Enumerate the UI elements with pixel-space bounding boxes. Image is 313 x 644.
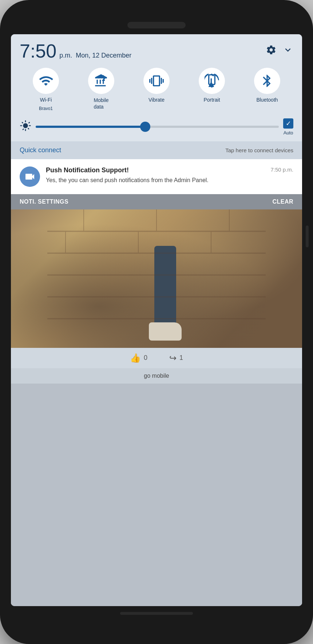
speaker (127, 22, 186, 28)
share-icon: ↪ (169, 353, 177, 363)
go-mobile-text: go mobile (144, 373, 169, 379)
settings-icon[interactable] (266, 44, 277, 58)
auto-label: Auto (284, 130, 293, 136)
mobile-data-label: Mobile (94, 97, 108, 103)
side-button (306, 225, 309, 247)
notif-header: Push Notification Support! 7:50 p.m. (46, 166, 293, 174)
time-area: 7:50 p.m. Mon, 12 December (20, 42, 131, 60)
toggle-bluetooth[interactable]: Bluetooth (241, 68, 293, 111)
post-footer: go mobile (11, 368, 302, 384)
notif-time: 7:50 p.m. (270, 166, 293, 173)
noti-settings-button[interactable]: NOTI. SETTINGS (20, 199, 68, 205)
phone-frame: 7:50 p.m. Mon, 12 December (0, 0, 313, 644)
wifi-circle (33, 68, 59, 94)
notif-title: Push Notification Support! (46, 166, 129, 174)
social-post-card: 👍 0 ↪ 1 go mobile (11, 209, 302, 606)
brightness-thumb (140, 122, 150, 132)
bluetooth-label: Bluetooth (256, 97, 278, 103)
toggle-portrait[interactable]: Portrait (186, 68, 238, 111)
svg-text:A: A (24, 124, 27, 128)
brightness-row: A ✓ Auto (20, 118, 293, 136)
shares-count: 1 (179, 354, 183, 362)
mobile-data-sublabel: data (94, 104, 103, 110)
notification-card[interactable]: Push Notification Support! 7:50 p.m. Yes… (11, 159, 302, 194)
likes-action[interactable]: 👍 0 (130, 353, 147, 363)
quick-connect-bar[interactable]: Quick connect Tap here to connect device… (11, 141, 302, 159)
checkbox-checked-icon: ✓ (283, 118, 293, 129)
brightness-fill (36, 126, 145, 128)
likes-count: 0 (144, 354, 147, 362)
mobile-data-circle (88, 68, 114, 94)
toggle-mobile-data[interactable]: Mobile data (75, 68, 127, 111)
post-actions: 👍 0 ↪ 1 (11, 348, 302, 368)
status-bar: 7:50 p.m. Mon, 12 December (20, 42, 293, 60)
notif-text: Yes, the you can send push notifications… (46, 176, 293, 184)
status-icons (266, 44, 293, 58)
home-bar (120, 612, 193, 615)
brightness-slider[interactable] (36, 126, 279, 128)
wifi-sublabel: Bravo1 (39, 106, 53, 111)
screen: 7:50 p.m. Mon, 12 December (11, 34, 302, 606)
toggle-wifi[interactable]: Wi-Fi Bravo1 (20, 68, 72, 111)
clear-button[interactable]: CLEAR (272, 199, 293, 205)
quick-settings-panel: 7:50 p.m. Mon, 12 December (11, 34, 302, 141)
clock-time: 7:50 (20, 42, 56, 60)
notification-actions-bar: NOTI. SETTINGS CLEAR (11, 194, 302, 209)
vibrate-circle (143, 68, 170, 94)
stone-texture (11, 209, 302, 348)
bluetooth-circle (254, 68, 280, 94)
thumbs-up-icon: 👍 (130, 353, 141, 363)
brightness-icon: A (20, 120, 31, 134)
shares-action[interactable]: ↪ 1 (169, 353, 183, 363)
post-image (11, 209, 302, 348)
quick-toggles: Wi-Fi Bravo1 M (20, 68, 293, 111)
quick-connect-subtitle: Tap here to connect devices (225, 147, 293, 153)
quick-connect-title: Quick connect (20, 146, 61, 154)
auto-brightness-checkbox[interactable]: ✓ Auto (283, 118, 293, 136)
clock-ampm-date: p.m. Mon, 12 December (59, 52, 131, 59)
notif-body: Push Notification Support! 7:50 p.m. Yes… (46, 166, 293, 184)
toggle-vibrate[interactable]: Vibrate (130, 68, 183, 111)
vibrate-label: Vibrate (148, 97, 165, 103)
portrait-circle (199, 68, 225, 94)
portrait-label: Portrait (203, 97, 220, 103)
chevron-down-icon[interactable] (282, 44, 293, 58)
notifications-area: Push Notification Support! 7:50 p.m. Yes… (11, 159, 302, 606)
wifi-label: Wi-Fi (40, 97, 52, 103)
notif-app-icon (20, 166, 40, 187)
